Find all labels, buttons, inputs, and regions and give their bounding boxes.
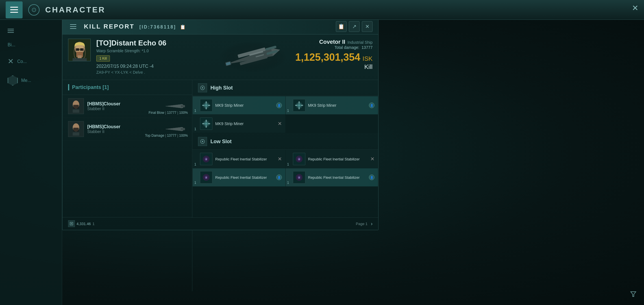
low-slot-item-3-icon (200, 171, 212, 184)
low-slot-item-3-flag: 👤 (276, 175, 282, 180)
low-slot-item-1-destroyed: ✕ (278, 156, 282, 162)
participant-2-avatar (68, 121, 84, 137)
slot-item-3-destroyed: ✕ (278, 121, 282, 127)
weapon-1-svg (164, 102, 186, 110)
clipboard-icon: 📋 (180, 25, 186, 29)
filter-button[interactable] (628, 289, 638, 299)
avatar-svg (68, 39, 91, 61)
svg-rect-50 (202, 123, 204, 124)
ship-type: Covetor II (319, 39, 345, 45)
ship-class: Industrial Ship (347, 40, 373, 45)
participant-1-percent: 100% (179, 111, 188, 115)
sidebar-hex-button[interactable]: Me... (4, 72, 58, 89)
bottom-summary: 4,331.46 1 (62, 217, 192, 230)
participant-2-weapon (164, 125, 186, 133)
top-bar: ⊙ CHARACTER ✕ (0, 0, 644, 20)
ship-svg (216, 39, 290, 75)
kill-top-section: [TO]Distant Echo 06 Warp Scramble Streng… (62, 34, 378, 80)
low-slot-item-4-flag: 👤 (369, 175, 375, 180)
kill-report-title: KILL REPORT [ID:7368118] 📋 (84, 23, 330, 30)
participants-column: Participants [1] [HBMS]Clouser Stabber I… (62, 80, 192, 291)
sidebar-menu-button[interactable] (4, 25, 58, 36)
participant-1-ship: Stabber II (87, 106, 160, 111)
list-item: 1 MK9 Strip Miner 👤 (286, 96, 378, 114)
svg-rect-27 (73, 128, 79, 132)
ship-container (216, 39, 290, 75)
low-slot-title: Low Slot (210, 139, 232, 145)
participant-2-avatar-svg (68, 121, 84, 137)
left-sidebar: Bi... ✕ Co... Me... (0, 20, 62, 305)
warp-scramble: Warp Scramble Strength: *1.0 (96, 49, 210, 53)
participants-title: Participants [1] (72, 84, 109, 90)
sidebar-co-label: Co... (17, 59, 27, 64)
participant-1-weapon (164, 102, 186, 110)
low-slot-item-1-name: Republic Fleet Inertial Stabilizer (215, 157, 275, 161)
character-icon: ⊙ (28, 4, 40, 16)
cross-icon: ✕ (8, 57, 14, 66)
list-item: 1 MK9 Strip Miner 👤 (193, 96, 285, 114)
participant-2-percent: 100% (179, 134, 188, 138)
svg-point-58 (299, 158, 300, 160)
kill-report-window: KILL REPORT [ID:7368118] 📋 📋 ↗ ✕ (62, 18, 378, 230)
page-next-button[interactable]: › (371, 221, 373, 227)
svg-rect-34 (206, 101, 207, 104)
slot-item-3-name: MK9 Strip Miner (215, 121, 275, 126)
svg-rect-29 (181, 128, 185, 130)
app-close-button[interactable]: ✕ (632, 3, 638, 13)
low-slot-item-4-name: Republic Fleet Inertial Stabilizer (308, 175, 366, 180)
sidebar-close-button[interactable]: ✕ Co... (4, 54, 58, 69)
svg-rect-37 (208, 105, 210, 106)
participant-1-info: [HBMS]Clouser Stabber II (87, 101, 160, 111)
kill-report-menu-icon[interactable] (68, 21, 78, 32)
kill-result: Kill (295, 63, 373, 71)
low-slot-icon (198, 137, 207, 146)
participant-1-damage: 13777 (167, 111, 176, 115)
export-button[interactable]: ↗ (349, 21, 360, 32)
svg-rect-42 (299, 107, 300, 109)
high-slot-icon (198, 83, 207, 92)
svg-rect-28 (73, 132, 79, 136)
kill-report-header: KILL REPORT [ID:7368118] 📋 📋 ↗ ✕ (62, 19, 378, 34)
svg-rect-6 (76, 48, 79, 51)
high-slot-items: 1 MK9 Strip Miner 👤 1 MK9 Strip Miner 👤 (192, 96, 378, 133)
slot-item-1-icon (200, 99, 212, 112)
svg-marker-65 (631, 292, 636, 297)
participant-1-meta: Final Blow | 13777 | 100% (149, 111, 188, 115)
bottom-value: 4,331.46 (77, 222, 91, 226)
svg-rect-23 (73, 110, 79, 113)
svg-point-64 (299, 177, 300, 178)
svg-rect-49 (206, 125, 207, 128)
svg-point-47 (205, 123, 207, 125)
list-item: 1 Republic Fleet Inertial Stabilizer ✕ (193, 150, 285, 168)
low-slot-item-4-icon (293, 171, 305, 184)
sidebar-bio-button[interactable]: Bi... (4, 39, 58, 51)
participants-header: Participants [1] (62, 80, 192, 95)
clipboard-button[interactable]: 📋 (336, 21, 347, 32)
slot-item-2-name: MK9 Strip Miner (308, 103, 366, 108)
participant-1-avatar (68, 98, 84, 114)
svg-rect-43 (295, 105, 297, 106)
svg-rect-44 (301, 105, 303, 106)
svg-point-61 (206, 177, 207, 178)
ship-damage: Total damage: 13777 (295, 45, 373, 50)
app-title: CHARACTER (45, 5, 105, 14)
participant-2-meta: Top Damage | 13777 | 100% (145, 134, 188, 138)
close-button[interactable]: ✕ (362, 21, 373, 32)
bottom-count: 1 (93, 222, 95, 226)
participant-1-avatar-svg (68, 98, 84, 114)
participant-2-ship: Stabber II (87, 129, 160, 134)
page-nav: Page 1 › (192, 217, 378, 230)
hex-icon (8, 75, 18, 86)
ship-info: Covetor II Industrial Ship Total damage:… (295, 39, 373, 71)
svg-rect-36 (202, 105, 204, 106)
participant-2-name: [HBMS]Clouser (87, 124, 160, 129)
participant-2-info: [HBMS]Clouser Stabber II (87, 124, 160, 134)
header-actions: 📋 ↗ ✕ (336, 21, 373, 32)
svg-rect-35 (206, 107, 207, 109)
total-damage-label: Total damage: (334, 45, 359, 50)
menu-button[interactable] (6, 1, 23, 18)
svg-rect-48 (206, 120, 207, 122)
weapon-2-svg (164, 125, 186, 133)
kill-badge: 1 Kill (96, 55, 110, 62)
sidebar-bio-label: Bi... (8, 42, 16, 47)
